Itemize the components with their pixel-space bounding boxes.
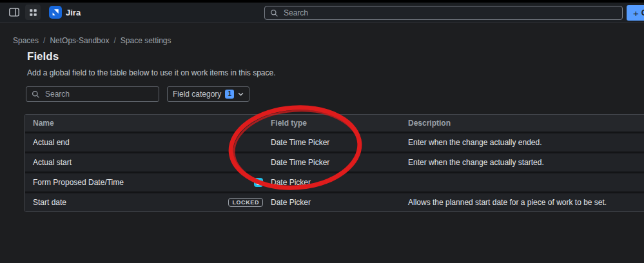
fields-search-input[interactable] bbox=[44, 89, 153, 99]
global-search-input[interactable] bbox=[282, 8, 617, 18]
sidebar-toggle-icon bbox=[8, 6, 20, 18]
top-navigation-bar: Jira + Create bbox=[0, 3, 644, 23]
global-search[interactable] bbox=[264, 6, 623, 20]
field-name-cell: Start date LOCKED bbox=[25, 193, 268, 211]
jira-window: Jira + Create Spaces / NetOps-Sandbox / … bbox=[0, 0, 644, 77]
breadcrumb-space-settings[interactable]: Space settings bbox=[121, 36, 171, 45]
field-category-dropdown[interactable]: Field category 1 bbox=[167, 86, 249, 102]
field-description: Allows the planned start date for a piec… bbox=[405, 193, 644, 211]
table-row[interactable]: Start date LOCKED Date Picker Allows the… bbox=[25, 193, 644, 211]
jira-logo-icon bbox=[49, 6, 62, 19]
app-switcher-button[interactable] bbox=[25, 5, 41, 20]
field-category-count-badge: 1 bbox=[225, 90, 234, 99]
fields-search-box[interactable] bbox=[26, 86, 159, 102]
table-row[interactable]: Actual end Date Time Picker Enter when t… bbox=[25, 133, 644, 151]
breadcrumb-spaces[interactable]: Spaces bbox=[13, 36, 39, 45]
table-row[interactable]: Actual start Date Time Picker Enter when… bbox=[25, 153, 644, 171]
breadcrumb: Spaces / NetOps-Sandbox / Space settings bbox=[13, 36, 644, 45]
field-type: Date Picker bbox=[268, 193, 405, 211]
table-row[interactable]: Form Proposed Date/Time Date Picker bbox=[25, 173, 644, 191]
search-icon bbox=[32, 90, 40, 99]
field-description bbox=[405, 173, 644, 191]
field-type: Date Time Picker bbox=[268, 133, 405, 151]
field-name: Start date bbox=[33, 198, 66, 207]
chevron-down-icon bbox=[238, 92, 244, 96]
form-field-icon bbox=[254, 178, 263, 187]
field-type: Date Time Picker bbox=[268, 153, 405, 171]
create-button-label: Create bbox=[641, 8, 644, 17]
app-name: Jira bbox=[66, 8, 81, 17]
field-description: Enter when the change actually ended. bbox=[405, 133, 644, 151]
column-header-name[interactable]: Name bbox=[25, 115, 268, 132]
table-header-row: Name Field type Description bbox=[25, 115, 644, 132]
breadcrumb-separator: / bbox=[113, 36, 115, 45]
jira-brand[interactable]: Jira bbox=[49, 6, 81, 19]
locked-badge: LOCKED bbox=[228, 198, 263, 207]
column-header-description[interactable]: Description bbox=[405, 115, 644, 132]
create-button[interactable]: + Create bbox=[627, 5, 644, 21]
search-icon bbox=[270, 9, 278, 17]
breadcrumb-space[interactable]: NetOps-Sandbox bbox=[50, 36, 109, 45]
field-category-label: Field category bbox=[173, 90, 221, 99]
field-description: Enter when the change actually started. bbox=[405, 153, 644, 171]
plus-icon: + bbox=[633, 8, 639, 18]
page-title: Fields bbox=[27, 50, 644, 63]
field-type: Date Picker bbox=[268, 173, 405, 191]
fields-table: Name Field type Description Actual end D… bbox=[24, 114, 644, 212]
field-name: Actual end bbox=[25, 133, 268, 151]
breadcrumb-separator: / bbox=[43, 36, 45, 45]
app-switcher-icon bbox=[28, 8, 38, 17]
sidebar-toggle-button[interactable] bbox=[6, 5, 22, 20]
field-name: Actual start bbox=[25, 153, 268, 171]
filter-bar: Field category 1 bbox=[26, 86, 249, 102]
field-name-cell: Form Proposed Date/Time bbox=[25, 173, 268, 191]
form-field-icon-ring bbox=[256, 180, 261, 185]
column-header-field-type[interactable]: Field type bbox=[268, 115, 405, 132]
field-name: Form Proposed Date/Time bbox=[33, 178, 124, 187]
page-subtitle: Add a global field to the table below to… bbox=[27, 68, 644, 77]
